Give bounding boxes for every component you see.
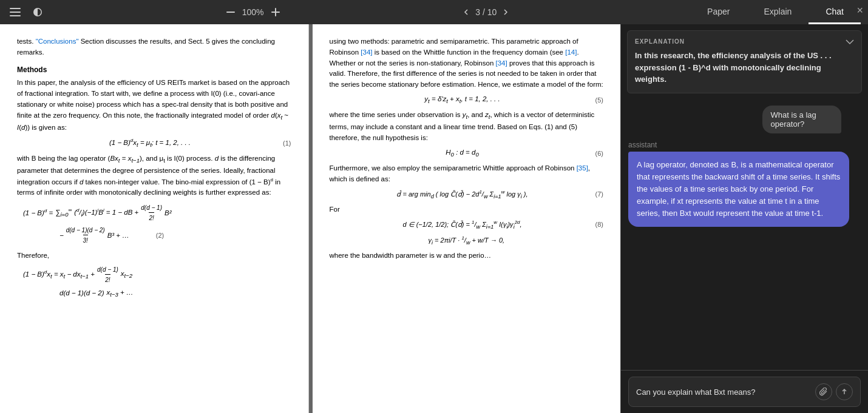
conclusions-link[interactable]: "Conclusions" bbox=[36, 38, 79, 45]
assistant-label: assistant bbox=[628, 141, 861, 149]
equation-8: d ∈ (−1/2, 1/2); C̄(d̄) = 1/w Σi=1w I(γi… bbox=[330, 219, 604, 231]
where-text: where the time series under observation … bbox=[330, 110, 604, 144]
right-intro-text: using two methods: parametric and semipa… bbox=[330, 36, 604, 90]
svg-rect-2 bbox=[10, 15, 21, 16]
equation-1: (1 − B)dxt = μt; t = 1, 2, . . . (1) bbox=[17, 137, 291, 150]
tab-chat[interactable]: Chat bbox=[809, 0, 861, 24]
pdf-right-page: using two methods: parametric and semipa… bbox=[313, 24, 621, 413]
chat-send-icons bbox=[815, 383, 853, 400]
methods-title: Methods bbox=[17, 64, 291, 76]
bandwidth-text: where the bandwidth parameter is w and t… bbox=[330, 250, 604, 261]
pdf-right-content: using two methods: parametric and semipa… bbox=[330, 36, 604, 261]
assistant-message-1-wrapper: assistant A lag operator, denoted as B, … bbox=[628, 141, 861, 227]
tab-explain[interactable]: Explain bbox=[747, 0, 809, 24]
equation-2: (1 − B)d = ∑i=0∞ (d/i)(−1)iBi = 1 − dB +… bbox=[23, 203, 291, 246]
theme-toggle-button[interactable] bbox=[30, 5, 45, 19]
main-area: tests. "Conclusions" Section discusses t… bbox=[0, 24, 868, 413]
methods-p1: In this paper, the analysis of the effic… bbox=[17, 78, 291, 133]
attach-button[interactable] bbox=[815, 383, 832, 400]
toolbar-left bbox=[7, 5, 45, 19]
svg-rect-5 bbox=[271, 12, 280, 13]
pdf-left-content: tests. "Conclusions" Section discusses t… bbox=[17, 36, 291, 300]
send-button[interactable] bbox=[836, 383, 853, 400]
pdf-viewer: tests. "Conclusions" Section discusses t… bbox=[0, 24, 620, 413]
equation-3: (1 − B)dxt = xt − dxt−1 + d(d − 1) 2! xt… bbox=[23, 265, 291, 300]
ref-34a[interactable]: [34] bbox=[361, 49, 372, 56]
furthermore-text: Furthermore, we also employ the semipara… bbox=[330, 163, 604, 185]
user-message-1-wrapper: What is a lag operator? bbox=[762, 106, 861, 133]
toolbar: 100% 3 / 10 Paper Explain Chat bbox=[0, 0, 868, 24]
tab-paper[interactable]: Paper bbox=[690, 0, 747, 24]
equation-6: H0 : d = d0 (6) bbox=[330, 147, 604, 159]
zoom-in-button[interactable] bbox=[269, 5, 282, 19]
equation-5: yt = δ'zt + xt, t = 1, 2, . . . (5) bbox=[330, 94, 604, 106]
ref-34b[interactable]: [34] bbox=[496, 59, 507, 67]
zoom-out-button[interactable] bbox=[224, 9, 237, 15]
chat-messages: What is a lag operator? assistant A lag … bbox=[621, 99, 868, 371]
chat-input-row: Can you explain what Bxt means? bbox=[628, 377, 861, 407]
ref-35[interactable]: [35] bbox=[577, 164, 588, 172]
for-label: For bbox=[330, 204, 604, 215]
next-page-button[interactable] bbox=[500, 7, 511, 18]
page-indicator: 3 / 10 bbox=[475, 7, 497, 17]
zoom-level: 100% bbox=[242, 7, 264, 17]
toolbar-center: 100% bbox=[224, 5, 282, 19]
assistant-message-1: A lag operator, denoted as B, is a mathe… bbox=[628, 152, 849, 227]
methods-p2: with B being the lag operator (Bxt = xt−… bbox=[17, 153, 291, 198]
pdf-left-page: tests. "Conclusions" Section discusses t… bbox=[0, 24, 309, 413]
svg-rect-3 bbox=[226, 12, 235, 13]
svg-rect-0 bbox=[10, 8, 21, 9]
page-navigation: 3 / 10 bbox=[461, 7, 511, 18]
explanation-chevron-button[interactable] bbox=[846, 36, 854, 47]
chat-input-display: Can you explain what Bxt means? bbox=[636, 388, 815, 397]
explanation-content: In this research, the efficiency analysi… bbox=[635, 50, 846, 86]
explanation-label: EXPLANATION bbox=[635, 38, 846, 45]
chat-input-area: Can you explain what Bxt means? bbox=[621, 370, 868, 413]
ref-14[interactable]: [14] bbox=[565, 49, 577, 56]
equation-9: γi = 2πi/T · 1/w + w/T → 0, bbox=[330, 235, 604, 247]
menu-button[interactable] bbox=[7, 5, 23, 19]
prev-page-button[interactable] bbox=[461, 7, 472, 18]
intro-text-left: tests. "Conclusions" Section discusses t… bbox=[17, 36, 291, 58]
svg-rect-1 bbox=[10, 12, 21, 13]
therefore-label: Therefore, bbox=[17, 250, 291, 261]
chat-panel: EXPLANATION In this research, the effici… bbox=[620, 24, 868, 413]
explanation-box: EXPLANATION In this research, the effici… bbox=[627, 30, 862, 93]
equation-7: d̂ = arg mind ( log C̄(d̄) − 2d1/w Σi=1w… bbox=[330, 189, 604, 201]
user-message-1: What is a lag operator? bbox=[762, 106, 841, 133]
tab-bar: Paper Explain Chat bbox=[690, 0, 861, 24]
